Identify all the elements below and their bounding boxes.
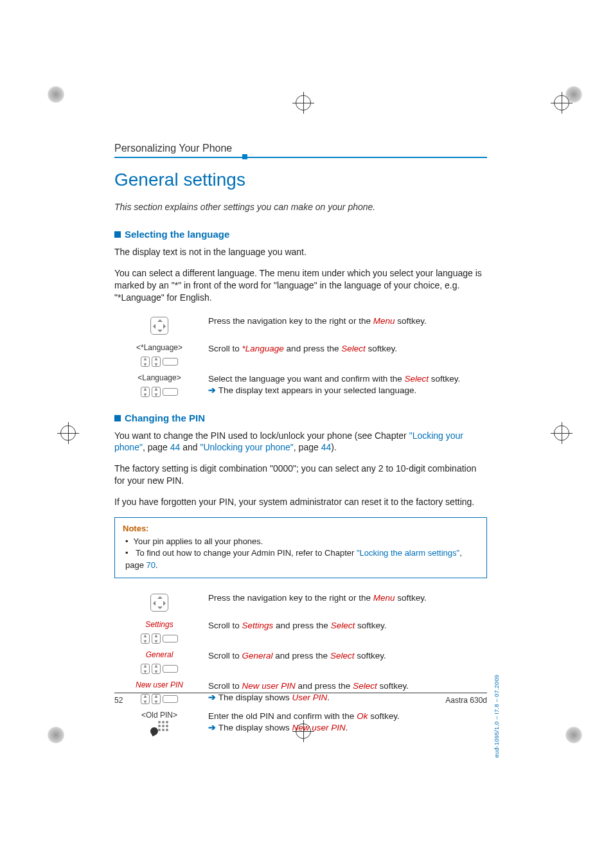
step-text: Scroll to *Language and press the Select… <box>204 341 487 371</box>
footer-model: Aastra 630d <box>445 696 487 705</box>
corner-mark <box>565 727 582 743</box>
scroll-select-keys-icon: ▲▼▲▼ <box>141 664 178 674</box>
scroll-select-keys-icon: ▲▼▲▼ <box>141 357 178 367</box>
body-text: You can select a different language. The… <box>114 267 487 304</box>
step-text: Scroll to General and press the Select s… <box>204 648 487 678</box>
step-row: <Language> ▲▼▲▼ Select the language you … <box>114 371 487 401</box>
registration-mark <box>554 425 569 441</box>
steps-table-language: Press the navigation key to the right or… <box>114 313 487 401</box>
registration-mark <box>554 95 569 111</box>
result-arrow-icon: ➔ <box>208 385 218 395</box>
notes-box: Notes: Your pin applies to all your phon… <box>114 517 487 578</box>
page-footer: 52 Aastra 630d <box>114 693 487 705</box>
step-label: <Old PIN> <box>114 711 204 720</box>
step-row: Settings ▲▼▲▼ Scroll to Settings and pre… <box>114 617 487 648</box>
body-text: If you have forgotten your PIN, your sys… <box>114 496 487 508</box>
page-ref-link[interactable]: 44 <box>170 442 181 452</box>
step-label: Settings <box>114 620 204 629</box>
page-ref-link[interactable]: 70 <box>147 560 155 570</box>
body-text: The factory setting is digit combination… <box>114 463 487 487</box>
section-bullet-icon <box>114 415 121 421</box>
notes-item: Your pin applies to all your phones. <box>125 536 479 547</box>
page-content: Personalizing Your Phone General setting… <box>114 143 487 751</box>
notes-item: To find out how to change your Admin PIN… <box>125 547 479 571</box>
step-row: <Old PIN> Enter the old PIN and confirm … <box>114 708 487 740</box>
body-text: The display text is not in the language … <box>114 246 487 258</box>
breadcrumb-rule <box>114 157 487 158</box>
result-arrow-icon: ➔ <box>208 723 218 732</box>
section-heading-language: Selecting the language <box>114 229 487 240</box>
step-label: <Language> <box>114 373 204 382</box>
breadcrumb: Personalizing Your Phone <box>114 143 487 155</box>
section-bullet-icon <box>114 231 121 238</box>
cross-ref-link[interactable]: "Locking the alarm settings" <box>357 548 459 558</box>
step-text: Select the language you want and confirm… <box>204 371 487 401</box>
document-code: eud-1095/1.0 – I7.8 – 07.2009 <box>493 675 500 757</box>
navigation-key-icon <box>150 594 168 612</box>
section-heading-text: Changing the PIN <box>125 412 205 423</box>
step-row: Press the navigation key to the right or… <box>114 313 487 341</box>
step-label: General <box>114 650 204 659</box>
steps-table-pin: Press the navigation key to the right or… <box>114 590 487 740</box>
body-text: You want to change the PIN used to lock/… <box>114 430 487 454</box>
step-text: Enter the old PIN and confirm with the O… <box>204 708 487 740</box>
page-title: General settings <box>114 170 487 190</box>
step-label: New user PIN <box>114 680 204 689</box>
notes-title: Notes: <box>123 523 479 535</box>
step-text: Press the navigation key to the right or… <box>204 313 487 341</box>
page-number: 52 <box>114 696 123 705</box>
registration-mark <box>60 425 76 441</box>
cross-ref-link[interactable]: "Unlocking your phone" <box>200 442 293 452</box>
section-heading-text: Selecting the language <box>125 229 229 240</box>
step-text: Scroll to Settings and press the Select … <box>204 617 487 648</box>
step-row: Press the navigation key to the right or… <box>114 590 487 617</box>
step-row: General ▲▼▲▼ Scroll to General and press… <box>114 648 487 678</box>
step-row: <*Language> ▲▼▲▼ Scroll to *Language and… <box>114 341 487 371</box>
corner-mark <box>48 727 64 743</box>
page-ref-link[interactable]: 44 <box>321 442 332 452</box>
section-heading-pin: Changing the PIN <box>114 412 487 423</box>
step-text: Press the navigation key to the right or… <box>204 590 487 617</box>
navigation-key-icon <box>150 317 168 335</box>
scroll-select-keys-icon: ▲▼▲▼ <box>141 387 178 397</box>
scroll-select-keys-icon: ▲▼▲▼ <box>141 633 178 644</box>
step-label: <*Language> <box>114 343 204 352</box>
dialpad-icon <box>150 721 168 735</box>
registration-mark <box>296 95 311 111</box>
intro-text: This section explains other settings you… <box>114 202 487 212</box>
corner-mark <box>48 86 64 103</box>
